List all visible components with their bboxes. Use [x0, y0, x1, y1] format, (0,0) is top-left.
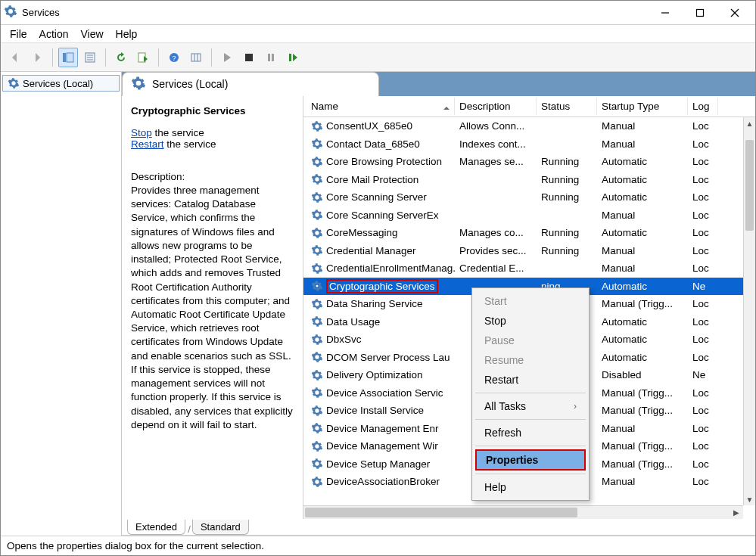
cell-name: CredentialEnrollmentManag...: [306, 262, 455, 275]
cell-startup: Manual (Trigg...: [597, 440, 688, 452]
cell-startup: Automatic: [597, 227, 688, 238]
cell-name: Device Association Servic: [306, 387, 455, 399]
vertical-scrollbar[interactable]: ▲ ▼: [743, 117, 755, 505]
cm-properties[interactable]: Properties: [475, 449, 586, 471]
cell-startup: Manual (Trigg...: [597, 458, 688, 470]
service-stop-button[interactable]: [239, 48, 259, 67]
cell-logon: Loc: [688, 387, 718, 399]
cm-resume[interactable]: Resume: [474, 350, 587, 370]
cm-separator: [475, 393, 586, 393]
cell-startup: Automatic: [597, 191, 688, 203]
cell-logon: Loc: [688, 405, 718, 416]
gear-icon: [311, 262, 323, 275]
cm-stop[interactable]: Stop: [474, 311, 587, 331]
description-label: Description:: [131, 171, 294, 182]
stop-link[interactable]: Stop: [131, 127, 152, 138]
cell-startup: Manual: [597, 120, 688, 132]
service-row[interactable]: Credential ManagerProvides sec...Running…: [303, 242, 755, 260]
service-row[interactable]: CoreMessagingManages co...RunningAutomat…: [303, 224, 755, 242]
cm-help[interactable]: Help: [474, 477, 587, 497]
cell-startup: Manual: [597, 210, 688, 221]
tree-item-services-local[interactable]: Services (Local): [2, 75, 120, 92]
cell-description: Allows Conn...: [455, 120, 537, 132]
service-name: Data Usage: [326, 316, 380, 328]
tab-extended[interactable]: Extended: [127, 520, 185, 535]
scroll-down-arrow[interactable]: ▼: [744, 493, 755, 505]
service-name: Cryptographic Services: [326, 279, 438, 294]
columns-button[interactable]: [186, 48, 206, 67]
cell-description: Credential E...: [455, 262, 537, 274]
scroll-up-arrow[interactable]: ▲: [744, 117, 755, 129]
cell-logon: Loc: [688, 138, 718, 150]
service-row[interactable]: ConsentUX_685e0Allows Conn...ManualLoc: [303, 117, 755, 135]
scrollbar-thumb[interactable]: [745, 140, 754, 231]
service-restart-button[interactable]: [283, 48, 303, 67]
show-tree-button[interactable]: [58, 48, 78, 67]
cm-separator: [475, 446, 586, 446]
menu-action[interactable]: Action: [39, 28, 69, 40]
context-menu: Start Stop Pause Resume Restart All Task…: [471, 287, 590, 501]
svg-text:?: ?: [172, 54, 176, 62]
tab-standard[interactable]: Standard: [192, 520, 249, 535]
column-logon[interactable]: Log: [688, 98, 718, 115]
close-button[interactable]: [717, 1, 752, 25]
service-row[interactable]: Core Browsing ProtectionManages se...Run…: [303, 153, 755, 171]
service-row[interactable]: Core Scanning ServerExManualLoc: [303, 207, 755, 225]
maximize-button[interactable]: [683, 1, 717, 25]
toolbar-separator: [52, 48, 53, 67]
cm-refresh[interactable]: Refresh: [474, 423, 587, 443]
cell-logon: Loc: [688, 156, 718, 167]
cell-name: Device Setup Manager: [306, 458, 455, 470]
horizontal-scrollbar[interactable]: ◀ ▶: [303, 505, 743, 519]
cell-name: Credential Manager: [306, 244, 455, 256]
cell-name: DbxSvc: [306, 334, 455, 346]
svg-rect-20: [289, 54, 291, 61]
cell-startup: Manual (Trigg...: [597, 387, 688, 399]
properties-button[interactable]: [80, 48, 100, 67]
gear-icon: [131, 76, 146, 93]
cm-all-tasks[interactable]: All Tasks: [474, 396, 587, 416]
menu-help[interactable]: Help: [116, 28, 138, 40]
console-tree: Services (Local): [1, 72, 122, 536]
column-description[interactable]: Description: [455, 98, 537, 115]
cm-restart[interactable]: Restart: [474, 370, 587, 390]
cell-name: Core Scanning Server: [306, 191, 455, 203]
cm-pause[interactable]: Pause: [474, 331, 587, 350]
cell-startup: Manual: [597, 476, 688, 487]
scrollbar-thumb[interactable]: [305, 508, 577, 517]
service-name: Device Install Service: [326, 405, 424, 416]
stop-suffix: the service: [152, 127, 204, 138]
cell-name: ConsentUX_685e0: [306, 120, 455, 132]
gear-icon: [311, 156, 323, 168]
service-row[interactable]: Contact Data_685e0Indexes cont...ManualL…: [303, 135, 755, 154]
menu-view[interactable]: View: [80, 28, 103, 40]
scroll-right-arrow[interactable]: ▶: [730, 506, 743, 519]
service-name: Core Scanning ServerEx: [326, 210, 439, 221]
menu-file[interactable]: File: [10, 28, 27, 40]
service-name: Device Association Servic: [326, 387, 443, 399]
cell-logon: Loc: [688, 191, 718, 203]
help-button[interactable]: ?: [164, 48, 184, 67]
nav-back-button[interactable]: [5, 48, 25, 67]
service-row[interactable]: Core Mail ProtectionRunningAutomaticLoc: [303, 171, 755, 189]
gear-icon: [311, 476, 323, 488]
cell-logon: Loc: [688, 210, 718, 221]
cell-startup: Automatic: [597, 156, 688, 167]
service-start-button[interactable]: [217, 48, 237, 67]
column-name[interactable]: Name: [306, 98, 455, 115]
restart-link[interactable]: Restart: [131, 138, 164, 150]
service-name: DeviceAssociationBroker: [326, 476, 440, 487]
cell-name: Device Management Wir: [306, 440, 455, 452]
column-startup[interactable]: Startup Type: [597, 98, 688, 115]
service-pause-button[interactable]: [261, 48, 281, 67]
export-list-button[interactable]: [133, 48, 153, 67]
cell-name: Contact Data_685e0: [306, 138, 455, 150]
cell-startup: Manual (Trigg...: [597, 405, 688, 416]
nav-forward-button[interactable]: [27, 48, 47, 67]
service-row[interactable]: CredentialEnrollmentManag...Credential E…: [303, 259, 755, 278]
minimize-button[interactable]: [648, 1, 683, 25]
column-status[interactable]: Status: [537, 98, 597, 115]
cm-start[interactable]: Start: [474, 291, 587, 311]
service-row[interactable]: Core Scanning ServerRunningAutomaticLoc: [303, 188, 755, 207]
refresh-button[interactable]: [111, 48, 131, 67]
